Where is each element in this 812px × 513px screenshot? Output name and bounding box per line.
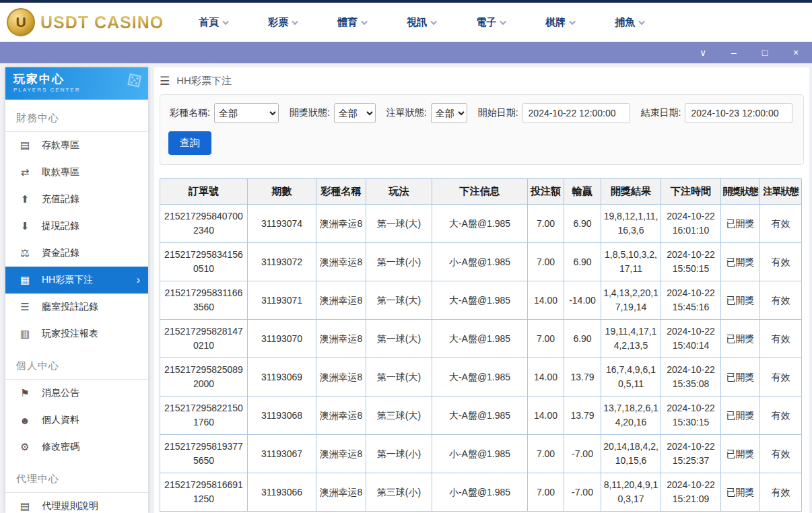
logo[interactable]: U USDT CASINO (7, 8, 164, 36)
cell-draw_result: 8,11,20,4,9,10,3,17 (601, 473, 661, 512)
search-button[interactable]: 查詢 (168, 131, 211, 155)
sidebar-subtitle: PLAYERS CENTER (13, 87, 140, 93)
chevron-down-icon (222, 18, 229, 25)
cell-order_status: 有效 (760, 320, 802, 358)
sidebar-title: 玩家中心 (13, 71, 140, 87)
nav-item-lottery[interactable]: 彩票 (268, 16, 298, 29)
cell-order_no: 2152172958166911250 (160, 473, 248, 512)
sidebar-item-announcements[interactable]: ⚑消息公告 (5, 380, 148, 407)
close-icon[interactable]: × (790, 48, 801, 57)
coin-logo-icon: U (7, 8, 35, 36)
cell-lottery: 澳洲幸运8 (316, 205, 366, 243)
sidebar-section-title: 代理中心 (5, 469, 148, 493)
draw-status-select[interactable]: 全部 (334, 103, 376, 123)
cell-period: 31193070 (248, 320, 316, 358)
cell-draw_status: 已開獎 (721, 358, 760, 397)
cell-order_no: 2152172958311663560 (160, 281, 248, 320)
chevron-down-icon (361, 18, 368, 25)
sidebar-item-label: 提現記錄 (42, 220, 79, 232)
sidebar-item-profile[interactable]: ☻個人資料 (5, 407, 148, 434)
cell-bet_time: 2024-10-22 15:45:16 (661, 281, 721, 320)
nav-item-label: 棋牌 (545, 16, 566, 29)
cell-draw_status: 已開獎 (721, 473, 760, 512)
hamburger-menu-icon[interactable]: ☰ (160, 74, 170, 88)
cell-bet_time: 2024-10-22 15:50:15 (661, 243, 721, 281)
cell-bet_time: 2024-10-22 15:30:15 (661, 397, 721, 435)
cell-order_no: 2152172958341560510 (160, 243, 248, 281)
sidebar-item-agent-rules[interactable]: ▤代理規則說明 (5, 493, 148, 513)
nav-item-label: 彩票 (268, 16, 288, 29)
draw-status-label: 開獎狀態: (290, 107, 330, 119)
table-row: 215217295831166356031193071澳洲幸运8第一球(大)大-… (160, 281, 802, 320)
cell-lottery: 澳洲幸运8 (316, 243, 366, 281)
sidebar-item-label: HH彩票下注 (42, 274, 93, 286)
sidebar-item-recharge-record[interactable]: ⬆充值記錄 (5, 186, 148, 213)
cell-win_loss: -7.00 (564, 435, 601, 473)
cell-bet_info: 大-A盤@1.985 (432, 205, 528, 243)
chevron-right-icon: › (137, 274, 140, 286)
cell-play: 第三球(小) (366, 473, 432, 512)
sidebar-item-withdraw[interactable]: ⇄取款專區 (5, 159, 148, 186)
nav-item-fishing[interactable]: 捕魚 (615, 16, 645, 29)
cell-period: 31193072 (248, 243, 316, 281)
column-header-bet_time: 下注時間 (661, 179, 721, 205)
maximize-icon[interactable]: □ (759, 48, 770, 57)
nav-item-video[interactable]: 視訊 (407, 16, 437, 29)
sidebar-item-deposit[interactable]: ▤存款專區 (5, 132, 148, 159)
cell-bet_info: 大-A盤@1.985 (432, 320, 528, 358)
cell-bet_amount: 14.00 (528, 358, 564, 397)
sidebar-item-label: 充值記錄 (42, 193, 79, 205)
table-row: 215217295825089200031193069澳洲幸运8第一球(大)大-… (160, 358, 802, 397)
sidebar-item-funds-record[interactable]: ⚖資金記錄 (5, 240, 148, 267)
cell-bet_info: 小-A盤@1.985 (432, 243, 528, 281)
cell-bet_time: 2024-10-22 16:01:10 (661, 205, 721, 243)
table-header: 訂單號期數彩種名稱玩法下注信息投注額輸贏開獎結果下注時間開獎狀態注單狀態 (160, 179, 802, 205)
games-decoration-icon: ⚄ (125, 70, 143, 92)
cell-draw_result: 20,14,18,4,2,10,15,6 (601, 435, 661, 473)
sidebar-item-hall-bet-record[interactable]: ☰廳室投註記錄 (5, 294, 148, 320)
cell-period: 31193066 (248, 473, 316, 512)
sidebar-item-hh-lottery-bet[interactable]: ▦HH彩票下注› (5, 267, 148, 294)
top-navigation-bar: U USDT CASINO 首頁彩票體育視訊電子棋牌捕魚 (0, 3, 812, 42)
cell-order_no: 2152172958281470210 (160, 320, 248, 358)
cell-draw_status: 已開獎 (721, 397, 760, 435)
sidebar-item-label: 個人資料 (42, 414, 79, 426)
cell-bet_time: 2024-10-22 15:35:08 (661, 358, 721, 397)
nav-item-home[interactable]: 首頁 (199, 16, 229, 29)
cell-win_loss: 13.79 (564, 358, 601, 397)
cell-play: 第一球(大) (366, 205, 432, 243)
cell-order_no: 2152172958250892000 (160, 358, 248, 397)
column-header-order_no: 訂單號 (160, 179, 248, 205)
cell-play: 第一球(大) (366, 281, 432, 320)
sidebar-item-change-password[interactable]: ⚙修改密碼 (5, 434, 148, 460)
bet-report-icon: ▥ (19, 328, 31, 340)
column-header-play: 玩法 (366, 179, 432, 205)
sidebar-item-withdrawal-record[interactable]: ⬇提現記錄 (5, 213, 148, 240)
cell-order_status: 有效 (760, 473, 802, 512)
chevron-down-icon (430, 18, 437, 25)
lottery-name-select[interactable]: 全部 (214, 103, 279, 123)
nav-item-sports[interactable]: 體育 (337, 16, 368, 29)
cell-bet_amount: 7.00 (528, 435, 564, 473)
nav-item-chess[interactable]: 棋牌 (545, 16, 576, 29)
start-date-input[interactable] (522, 103, 630, 123)
cell-play: 第一球(大) (366, 320, 432, 358)
cell-order_status: 有效 (760, 435, 802, 473)
cell-lottery: 澳洲幸运8 (316, 281, 366, 320)
minimize-icon[interactable]: – (729, 48, 739, 57)
order-status-select[interactable]: 全部 (431, 103, 467, 123)
cell-draw_result: 16,7,4,9,6,10,5,11 (601, 358, 661, 397)
end-date-input[interactable] (685, 103, 792, 123)
cell-order_no: 2152172958193775650 (160, 435, 248, 473)
hall-bet-record-icon: ☰ (19, 301, 31, 313)
cell-draw_result: 19,8,12,1,11,16,3,6 (601, 205, 661, 243)
sidebar-item-player-bet-report[interactable]: ▥玩家投注報表 (5, 320, 148, 347)
cell-play: 第一球(小) (366, 243, 432, 281)
chevron-down-icon[interactable]: ∨ (698, 48, 708, 57)
cell-win_loss: -7.00 (564, 473, 601, 512)
sidebar-item-label: 廳室投註記錄 (42, 301, 98, 313)
sidebar-header: 玩家中心 PLAYERS CENTER ⚄ (5, 67, 148, 100)
cell-draw_result: 1,8,5,10,3,2,17,11 (601, 243, 661, 281)
withdrawal-record-icon: ⬇ (19, 220, 31, 232)
nav-item-electronic[interactable]: 電子 (476, 16, 506, 29)
